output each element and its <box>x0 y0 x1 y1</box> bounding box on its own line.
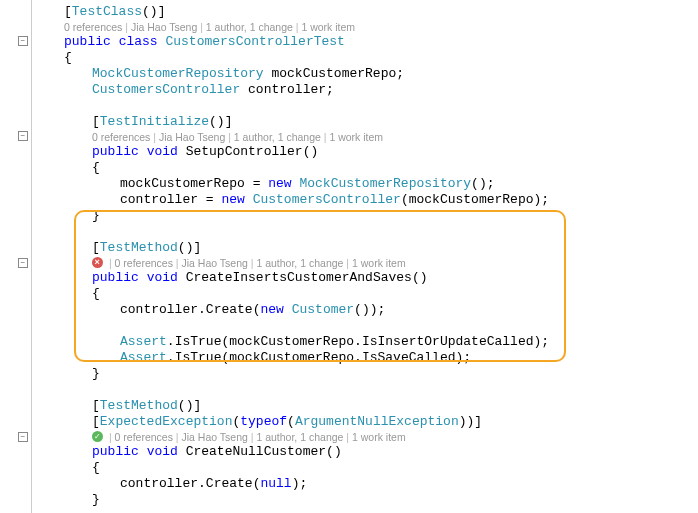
codelens[interactable]: | 0 references | Jia Hao Tseng | 1 autho… <box>36 256 698 270</box>
code-line: { <box>36 50 698 66</box>
test-pass-icon[interactable] <box>92 431 103 442</box>
fold-icon[interactable]: − <box>18 432 28 442</box>
code-line: [TestInitialize()] <box>36 114 698 130</box>
codelens[interactable]: | 0 references | Jia Hao Tseng | 1 autho… <box>36 430 698 444</box>
code-line: controller = new CustomersController(moc… <box>36 192 698 208</box>
blank-line <box>36 318 698 334</box>
fold-icon[interactable]: − <box>18 131 28 141</box>
blank-line <box>36 224 698 240</box>
code-line: MockCustomerRepository mockCustomerRepo; <box>36 66 698 82</box>
code-line: [TestMethod()] <box>36 398 698 414</box>
code-line: [TestClass()] <box>36 4 698 20</box>
code-line: public void CreateNullCustomer() <box>36 444 698 460</box>
codelens[interactable]: 0 references | Jia Hao Tseng | 1 author,… <box>36 130 698 144</box>
code-line: public class CustomersControllerTest <box>36 34 698 50</box>
code-line: Assert.IsTrue(mockCustomerRepo.IsSaveCal… <box>36 350 698 366</box>
blank-line <box>36 98 698 114</box>
code-line: { <box>36 460 698 476</box>
code-editor: − − − − [TestClass()] 0 references | Jia… <box>0 0 698 513</box>
codelens[interactable]: 0 references | Jia Hao Tseng | 1 author,… <box>36 20 698 34</box>
code-content[interactable]: [TestClass()] 0 references | Jia Hao Tse… <box>32 0 698 513</box>
gutter: − − − − <box>0 0 32 513</box>
code-line: public void CreateInsertsCustomerAndSave… <box>36 270 698 286</box>
code-line: } <box>36 208 698 224</box>
code-line: mockCustomerRepo = new MockCustomerRepos… <box>36 176 698 192</box>
fold-icon[interactable]: − <box>18 258 28 268</box>
code-line: } <box>36 366 698 382</box>
code-line: } <box>36 492 698 508</box>
code-line: controller.Create(new Customer()); <box>36 302 698 318</box>
code-line: Assert.IsTrue(mockCustomerRepo.IsInsertO… <box>36 334 698 350</box>
code-line: [TestMethod()] <box>36 240 698 256</box>
blank-line <box>36 382 698 398</box>
test-fail-icon[interactable] <box>92 257 103 268</box>
code-line: [ExpectedException(typeof(ArgumentNullEx… <box>36 414 698 430</box>
code-line: public void SetupController() <box>36 144 698 160</box>
code-line: CustomersController controller; <box>36 82 698 98</box>
code-line: { <box>36 160 698 176</box>
code-line: controller.Create(null); <box>36 476 698 492</box>
fold-icon[interactable]: − <box>18 36 28 46</box>
code-line: { <box>36 286 698 302</box>
